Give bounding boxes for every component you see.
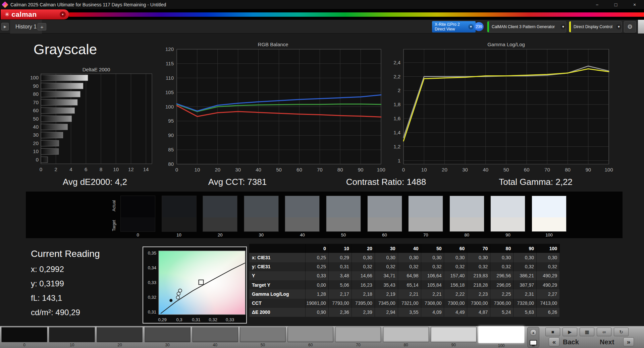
minimize-button[interactable]: − (588, 0, 606, 9)
next-chevrons-button[interactable]: » (623, 337, 634, 346)
add-tab-button[interactable]: + (38, 23, 46, 30)
collapsed-panel-handle[interactable] (638, 20, 644, 33)
table-cell: 7345,00 (375, 299, 398, 308)
svg-text:30: 30 (462, 167, 468, 172)
svg-text:2,2: 2,2 (393, 74, 400, 79)
meter-dropdown[interactable]: X-Rite i1Pro 2 Direct View ▼ (432, 21, 476, 32)
pattern-button-90[interactable]: 90 (431, 327, 477, 347)
table-cell: 34,71 (375, 271, 398, 280)
next-button[interactable]: Next (600, 338, 614, 346)
svg-text:60: 60 (33, 108, 39, 113)
swatch-label-0: 0 (120, 232, 155, 237)
svg-text:115: 115 (166, 61, 174, 66)
svg-text:2,4: 2,4 (393, 60, 400, 65)
table-col-90: 90 (514, 244, 537, 253)
back-button[interactable]: Back (563, 338, 579, 346)
tab-history-1[interactable]: History 1 (10, 20, 42, 33)
table-cell: 2,23 (467, 289, 490, 298)
calman-logo-text: calman (11, 10, 37, 18)
calman-window: Calman 2025 Calman Ultimate for Business… (0, 0, 644, 348)
svg-text:0,32: 0,32 (148, 295, 156, 300)
grayscale-swatch-30 (244, 196, 279, 232)
svg-text:4: 4 (69, 166, 72, 172)
table-row-label: Target Y (249, 280, 306, 289)
table-cell: 4,49 (444, 308, 467, 317)
svg-text:50: 50 (33, 116, 39, 122)
save-button[interactable]: ▦ (580, 328, 594, 336)
pattern-button-50[interactable]: 50 (240, 327, 286, 347)
pattern-button-20[interactable]: 20 (97, 327, 143, 347)
pattern-button-80[interactable]: 80 (383, 327, 429, 347)
calman-logo-menu[interactable]: ✳ calman ▼ (1, 9, 69, 19)
history-nav-button[interactable]: ▶ (1, 23, 9, 30)
pattern-button-0[interactable]: 0 (1, 327, 47, 347)
contrast-ratio-stat: Contrast Ratio: 1488 (319, 177, 453, 187)
pattern-button-100[interactable]: 100 (478, 326, 524, 348)
table-cell: 14,66 (352, 271, 375, 280)
table-cell: 7413,00 (537, 299, 560, 308)
back-chevrons-button[interactable]: « (549, 337, 559, 346)
pattern-button-30[interactable]: 30 (145, 327, 191, 347)
pattern-button-10[interactable]: 10 (49, 327, 95, 347)
svg-text:0: 0 (36, 157, 39, 162)
svg-text:10: 10 (421, 167, 427, 172)
svg-text:90: 90 (358, 167, 364, 172)
expand-panel-button[interactable]: ▲ (530, 329, 537, 336)
swatch-actual-color (162, 196, 196, 217)
svg-text:12: 12 (128, 166, 134, 172)
svg-text:0: 0 (402, 167, 405, 172)
table-cell: 0,30 (467, 253, 490, 262)
table-cell: 0,30 (398, 253, 421, 262)
svg-text:20: 20 (33, 140, 39, 146)
table-cell: 2,36 (329, 308, 352, 317)
table-row-label: ΔE 2000 (249, 308, 306, 317)
chevron-down-icon: ▼ (616, 24, 622, 29)
swatch-label-80: 80 (449, 232, 484, 237)
maximize-button[interactable]: □ (606, 0, 625, 9)
table-cell: 0,30 (537, 253, 560, 262)
table-cell: 0,30 (421, 253, 444, 262)
pattern-button-60[interactable]: 60 (287, 327, 333, 347)
pattern-label: 40 (192, 343, 238, 347)
target-row-label: Target (112, 216, 116, 235)
swatch-actual-color (285, 196, 319, 217)
svg-text:0,34: 0,34 (148, 265, 156, 270)
pattern-generator-label: CalMAN Client 3 Pattern Generator (489, 24, 560, 29)
tab-bar: ▶ History 1 + X-Rite i1Pro 2 Direct View… (0, 20, 644, 33)
refresh-button[interactable]: ↻ (614, 328, 629, 336)
table-col-20: 20 (352, 244, 375, 253)
svg-text:105: 105 (165, 89, 174, 95)
logo-dropdown-icon[interactable]: ▼ (60, 11, 66, 17)
svg-text:60: 60 (524, 167, 530, 172)
table-cell: 0,31 (329, 262, 352, 271)
table-row-label: Gamma Log/Log (249, 289, 306, 298)
svg-text:1,4: 1,4 (393, 130, 400, 135)
current-reading-x: x: 0,2992 (31, 265, 64, 274)
table-cell: 4,09 (421, 308, 444, 317)
link-button[interactable]: ∞ (597, 328, 611, 336)
svg-text:20: 20 (442, 167, 447, 172)
pattern-label: 70 (335, 343, 381, 347)
display-control-dropdown[interactable]: Direct Display Control ▼ (569, 21, 622, 32)
table-cell: 3,55 (398, 308, 421, 317)
table-row: Gamma Log/Log1,282,172,182,192,212,212,2… (249, 289, 560, 298)
stop-button[interactable]: ■ (545, 328, 560, 336)
svg-text:14: 14 (143, 166, 149, 172)
display-icon[interactable] (530, 340, 537, 345)
meter-count-badge[interactable]: 239 (474, 22, 484, 31)
swatch-target-color (326, 217, 361, 231)
close-button[interactable]: × (625, 0, 644, 9)
grayscale-table: 0102030405060708090100x: CIE310,250,290,… (249, 244, 560, 317)
grayscale-swatch-70 (408, 196, 443, 232)
pattern-generator-dropdown[interactable]: CalMAN Client 3 Pattern Generator ▼ (487, 21, 566, 32)
svg-text:0,31: 0,31 (148, 309, 156, 315)
settings-button[interactable]: ⚙ (624, 21, 636, 32)
play-button[interactable]: ▶ (562, 328, 577, 336)
pattern-button-70[interactable]: 70 (335, 327, 381, 347)
table-cell: 0,32 (490, 262, 514, 271)
table-col-40: 40 (398, 244, 421, 253)
svg-text:50: 50 (503, 167, 509, 172)
table-cell: 5,63 (514, 308, 537, 317)
pattern-button-40[interactable]: 40 (192, 327, 238, 347)
table-col-80: 80 (490, 244, 514, 253)
